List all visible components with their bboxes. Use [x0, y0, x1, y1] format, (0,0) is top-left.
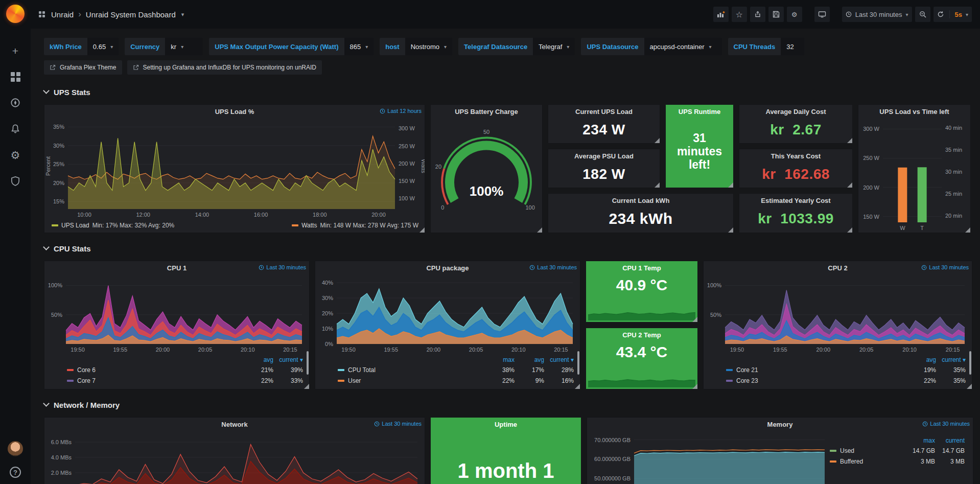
cpu1-chart[interactable]: 50%100%19:5019:5520:0020:0520:1020:15 — [44, 274, 309, 355]
variable-value-dropdown[interactable]: apcupsd-container▾ — [644, 38, 722, 55]
template-variable[interactable]: Telegraf Datasource Telegraf▾ — [458, 38, 575, 55]
cpu1-temp-sparkline — [588, 300, 695, 320]
user-avatar[interactable] — [8, 441, 23, 456]
panel-title[interactable]: UPS Load % — [215, 108, 254, 116]
panel-title[interactable]: Current UPS Load — [575, 108, 633, 116]
grafana-logo-icon[interactable] — [6, 5, 25, 23]
cycle-view-mode-button[interactable] — [814, 7, 830, 22]
save-icon — [773, 11, 780, 18]
template-variable[interactable]: UPS Datasource apcupsd-container▾ — [581, 38, 721, 55]
add-panel-button[interactable] — [713, 7, 729, 22]
variable-value-dropdown[interactable]: kr▾ — [165, 38, 203, 55]
panel-title[interactable]: Network — [221, 421, 247, 428]
dashboard-caret-icon[interactable]: ▾ — [181, 11, 184, 18]
ups-vs-time-bar-chart[interactable]: 150 W200 W250 W300 W20 min25 min30 min35… — [858, 118, 970, 233]
breadcrumb-dashboard-title[interactable]: Unraid System Dashboard — [86, 10, 176, 19]
breadcrumb-app[interactable]: Unraid — [51, 10, 74, 19]
dashboard-grid-icon[interactable] — [39, 11, 45, 17]
cpu2-chart[interactable]: 50%100%19:5019:5520:0020:0520:1020:15 — [704, 274, 972, 355]
ups-panels-row: UPS Load % Last 12 hours 15%20%25%30%35%… — [44, 104, 973, 233]
server-admin-shield-icon[interactable] — [9, 175, 21, 187]
save-dashboard-button[interactable] — [768, 7, 784, 22]
legend-column-header[interactable]: current ▾ — [544, 356, 574, 363]
template-variable[interactable]: CPU Threads 32 — [728, 38, 804, 55]
explore-compass-icon[interactable] — [9, 97, 21, 109]
svg-text:14:00: 14:00 — [195, 212, 209, 218]
cpu-package-chart[interactable]: 0%10%20%30%40%19:5019:5520:0020:0520:102… — [315, 274, 580, 355]
panel-title[interactable]: Average PSU Load — [574, 152, 634, 160]
legend-column-header[interactable]: avg — [906, 356, 936, 363]
share-dashboard-button[interactable] — [750, 7, 765, 22]
svg-text:150 W: 150 W — [399, 178, 415, 184]
svg-text:10%: 10% — [322, 326, 333, 332]
legend-scrollbar[interactable] — [577, 351, 579, 375]
legend-column-header[interactable]: max — [485, 356, 515, 363]
create-plus-icon[interactable]: + — [9, 44, 21, 57]
dashboard-settings-button[interactable]: ⚙ — [787, 7, 802, 22]
panel-title[interactable]: UPS Battery Charge — [455, 108, 518, 116]
stat-value: kr 162.68 — [762, 166, 830, 182]
panel-title[interactable]: CPU 1 — [167, 264, 186, 272]
variable-value-dropdown[interactable]: 0.65▾ — [87, 38, 119, 55]
svg-text:6.0 MBs: 6.0 MBs — [51, 439, 72, 445]
legend-column-header[interactable]: current ▾ — [273, 356, 303, 363]
help-icon[interactable]: ? — [10, 467, 21, 478]
grafana-app: + ⚙ ? Unraid › Unraid System Dashboard ▾… — [0, 0, 980, 484]
legend-column-header[interactable]: avg — [515, 356, 544, 363]
clock-icon — [259, 265, 264, 270]
section-ups-header[interactable]: UPS Stats — [44, 86, 973, 98]
dashboard-link[interactable]: Grafana Plex Theme — [44, 60, 122, 75]
variable-value-dropdown[interactable]: 865▾ — [344, 38, 374, 55]
svg-text:20:05: 20:05 — [859, 347, 874, 353]
svg-text:0%: 0% — [325, 341, 333, 347]
refresh-interval-label[interactable]: 5s — [955, 11, 962, 18]
legend-item[interactable]: Watts Min: 148 W Max: 278 W Avg: 175 W — [292, 222, 418, 229]
section-cpu-header[interactable]: CPU Stats — [44, 242, 973, 255]
time-range-picker[interactable]: Last 30 minutes ▾ — [842, 7, 912, 22]
zoom-out-button[interactable] — [915, 7, 930, 22]
svg-text:19:50: 19:50 — [71, 347, 85, 353]
svg-text:20:10: 20:10 — [902, 347, 917, 353]
panel-title[interactable]: CPU 2 Temp — [622, 331, 661, 339]
svg-text:20:00: 20:00 — [427, 347, 441, 353]
legend-row: Buffered 3 MB 3 MB — [830, 456, 965, 467]
panel-title[interactable]: CPU package — [426, 264, 469, 272]
panel-title[interactable]: This Years Cost — [771, 152, 821, 160]
dashboard-link[interactable]: Setting up Grafana and InfluxDB for UPS … — [127, 60, 322, 75]
legend-column-header[interactable]: current — [935, 437, 965, 444]
svg-text:19:50: 19:50 — [730, 347, 744, 353]
template-variable[interactable]: host Nostromo▾ — [380, 38, 452, 55]
panel-title[interactable]: Estimated Yearly Cost — [761, 197, 830, 204]
panel-title[interactable]: CPU 1 Temp — [622, 264, 661, 272]
template-variable[interactable]: UPS Max Output Power Capacity (Watt) 865… — [209, 38, 374, 55]
configuration-gear-icon[interactable]: ⚙ — [9, 149, 21, 161]
panel-title[interactable]: CPU 2 — [828, 264, 847, 272]
memory-chart[interactable]: 50.000000 GB60.000000 GB70.000000 GB19:5… — [587, 431, 830, 484]
ups-load-chart[interactable]: 15%20%25%30%35%100 W150 W200 W250 W300 W… — [44, 118, 425, 220]
legend-scrollbar[interactable] — [969, 351, 971, 375]
legend-column-header[interactable]: current ▾ — [936, 356, 966, 363]
stat-value: 234 kWh — [609, 210, 672, 227]
panel-title[interactable]: Current Load kWh — [612, 197, 670, 204]
legend-item[interactable]: UPS Load Min: 17% Max: 32% Avg: 20% — [52, 222, 174, 229]
legend-scrollbar[interactable] — [307, 351, 309, 375]
legend-column-header[interactable]: max — [905, 437, 935, 444]
alerting-bell-icon[interactable] — [9, 123, 21, 135]
battery-gauge[interactable]: 02050100 100% — [431, 118, 542, 233]
refresh-button[interactable]: 5s ▾ — [934, 7, 972, 22]
panel-title[interactable]: Average Daily Cost — [765, 108, 826, 116]
panel-title[interactable]: UPS Runtime — [679, 108, 720, 116]
variable-value-dropdown[interactable]: Telegraf▾ — [533, 38, 575, 55]
network-chart[interactable]: 2.0 MBs4.0 MBs6.0 MBs19:5019:5520:0020:0… — [44, 431, 425, 484]
dashboards-icon[interactable] — [9, 71, 21, 83]
template-variable[interactable]: Currency kr▾ — [125, 38, 203, 55]
template-variable[interactable]: kWh Price 0.65▾ — [44, 38, 119, 55]
panel-title[interactable]: Memory — [767, 421, 793, 428]
panel-title[interactable]: Uptime — [495, 421, 517, 428]
legend-column-header[interactable]: avg — [244, 356, 273, 363]
variable-value-dropdown[interactable]: Nostromo▾ — [405, 38, 452, 55]
variable-value-dropdown[interactable]: 32 — [781, 38, 804, 55]
section-netmem-header[interactable]: Network / Memory — [44, 399, 973, 411]
star-dashboard-button[interactable]: ☆ — [732, 7, 747, 22]
panel-title[interactable]: UPS Load vs Time left — [879, 108, 949, 116]
